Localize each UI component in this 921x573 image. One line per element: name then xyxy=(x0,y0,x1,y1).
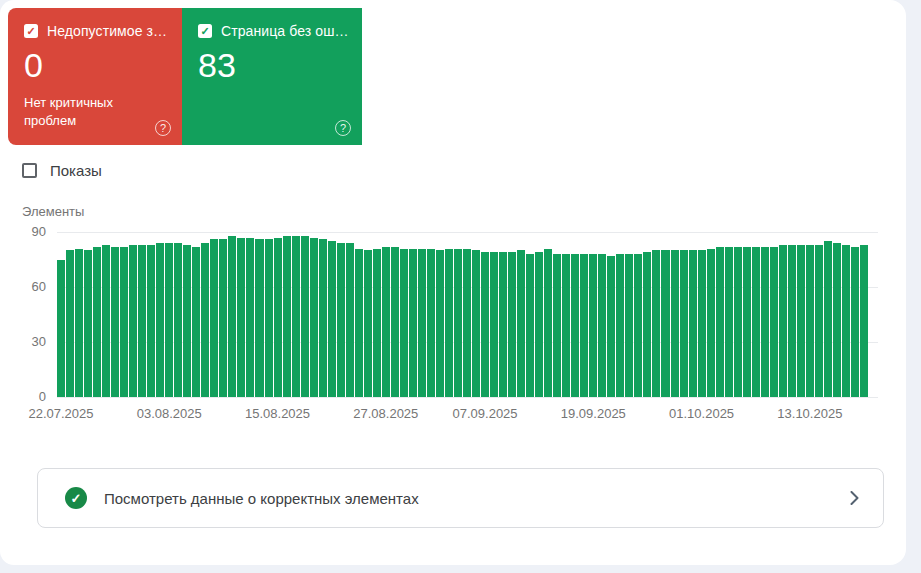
bar xyxy=(707,249,715,398)
error-card[interactable]: ✓ Недопустимое з… 0 Нет критичных пробле… xyxy=(8,8,182,145)
x-tick-label: 01.10.2025 xyxy=(669,406,734,421)
valid-check-icon: ✓ xyxy=(65,487,87,509)
bar xyxy=(680,250,688,397)
bar xyxy=(571,254,579,397)
view-valid-items-link[interactable]: ✓ Посмотреть данные о корректных элемент… xyxy=(37,468,884,528)
help-icon[interactable]: ? xyxy=(155,120,171,136)
bar xyxy=(634,254,642,397)
bar xyxy=(752,247,760,397)
bar xyxy=(797,245,805,397)
gridline xyxy=(57,342,878,343)
bar xyxy=(201,243,209,397)
bar xyxy=(815,245,823,397)
x-tick-label: 03.08.2025 xyxy=(137,406,202,421)
valid-count: 83 xyxy=(198,46,346,85)
bar xyxy=(851,247,859,397)
checkmark-icon: ✓ xyxy=(200,26,209,37)
bar xyxy=(93,247,101,397)
y-tick-label: 30 xyxy=(0,334,46,349)
search-console-report-panel: ✓ Недопустимое з… 0 Нет критичных пробле… xyxy=(0,0,906,565)
y-tick-label: 0 xyxy=(0,389,46,404)
gridline xyxy=(57,397,878,398)
bar xyxy=(806,245,814,397)
error-card-header: ✓ Недопустимое з… xyxy=(24,23,166,39)
chevron-right-icon xyxy=(850,491,859,505)
bar xyxy=(265,239,273,397)
bar xyxy=(652,250,660,397)
bar xyxy=(400,249,408,398)
bar xyxy=(228,236,236,397)
bar xyxy=(165,243,173,397)
bar xyxy=(427,249,435,398)
bar xyxy=(616,254,624,397)
y-tick-label: 90 xyxy=(0,224,46,239)
bar xyxy=(409,249,417,398)
bar xyxy=(237,238,245,398)
bar xyxy=(310,238,318,398)
checkmark-icon: ✓ xyxy=(26,26,35,37)
bar xyxy=(84,250,92,397)
bar xyxy=(463,249,471,398)
bar xyxy=(671,250,679,397)
bar xyxy=(860,245,868,397)
bar xyxy=(283,236,291,397)
bar xyxy=(625,254,633,397)
bar xyxy=(246,238,254,398)
bar xyxy=(436,250,444,397)
bar xyxy=(661,250,669,397)
valid-card-header: ✓ Страница без ош… xyxy=(198,23,346,39)
bar xyxy=(120,247,128,397)
bar xyxy=(508,252,516,397)
bar xyxy=(102,245,110,397)
bar xyxy=(147,245,155,397)
error-count: 0 xyxy=(24,46,166,85)
checkmark-glyph: ✓ xyxy=(71,491,82,506)
impressions-toggle[interactable]: Показы xyxy=(22,162,102,179)
bar xyxy=(183,245,191,397)
bar xyxy=(725,247,733,397)
bar xyxy=(761,247,769,397)
chart-y-axis-title: Элементы xyxy=(22,204,84,219)
impressions-label: Показы xyxy=(50,162,102,179)
valid-card-label: Страница без ош… xyxy=(221,23,349,39)
valid-card[interactable]: ✓ Страница без ош… 83 ? xyxy=(182,8,362,145)
bar xyxy=(454,249,462,398)
gridline xyxy=(57,287,878,288)
bar xyxy=(716,247,724,397)
bar xyxy=(328,241,336,397)
bar xyxy=(544,249,552,398)
bar xyxy=(598,254,606,397)
bar xyxy=(57,260,65,398)
x-tick-label: 19.09.2025 xyxy=(561,406,626,421)
bar xyxy=(698,250,706,397)
bar xyxy=(219,239,227,397)
bar xyxy=(66,250,74,397)
bar xyxy=(517,250,525,397)
bar xyxy=(138,245,146,397)
bar xyxy=(192,247,200,397)
bar xyxy=(255,239,263,397)
bar xyxy=(779,245,787,397)
bar xyxy=(274,238,282,398)
bar xyxy=(824,241,832,397)
bar xyxy=(526,254,534,397)
bar xyxy=(734,247,742,397)
valid-card-checkbox[interactable]: ✓ xyxy=(198,24,212,38)
bar xyxy=(364,250,372,397)
bar xyxy=(373,249,381,398)
bar xyxy=(562,254,570,397)
bar xyxy=(689,250,697,397)
x-tick-label: 22.07.2025 xyxy=(28,406,93,421)
footer-link-label: Посмотреть данные о корректных элементах xyxy=(104,490,419,507)
bar xyxy=(580,254,588,397)
bar xyxy=(319,239,327,397)
help-icon[interactable]: ? xyxy=(335,120,351,136)
gridline xyxy=(57,232,878,233)
impressions-checkbox[interactable] xyxy=(22,163,37,178)
bar xyxy=(382,247,390,397)
bar xyxy=(553,254,561,397)
error-card-checkbox[interactable]: ✓ xyxy=(24,24,38,38)
bar xyxy=(337,243,345,397)
bar xyxy=(355,249,363,398)
bar xyxy=(111,247,119,397)
